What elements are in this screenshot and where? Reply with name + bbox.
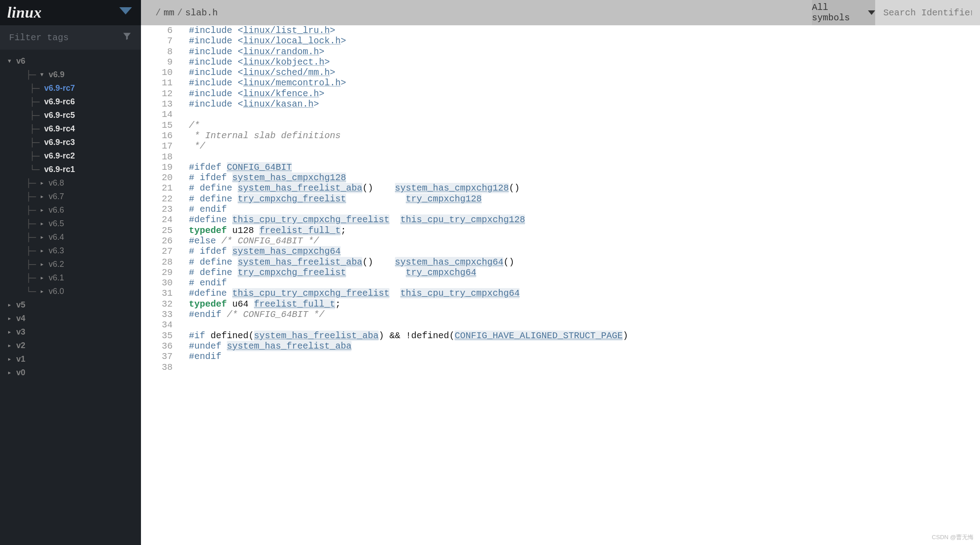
chevron-down-icon xyxy=(868,8,875,18)
filter-row xyxy=(0,25,141,50)
code-line: 19#ifdef CONFIG_64BIT xyxy=(141,162,980,172)
tree-node-v6.4[interactable]: ├─▸v6.4 xyxy=(0,230,141,244)
line-number[interactable]: 17 xyxy=(141,141,181,151)
tree-node-v6.9-rc3[interactable]: ├─v6.9-rc3 xyxy=(0,135,141,149)
tree-node-v6.9-rc5[interactable]: ├─v6.9-rc5 xyxy=(0,108,141,122)
watermark: CSDN @曹无悔 xyxy=(932,533,974,541)
code-line: 11#include <linux/memcontrol.h> xyxy=(141,78,980,88)
tree-node-v6.7[interactable]: ├─▸v6.7 xyxy=(0,190,141,203)
tree-node-v6.0[interactable]: └─▸v6.0 xyxy=(0,284,141,298)
filter-icon[interactable] xyxy=(122,31,132,44)
line-number[interactable]: 11 xyxy=(141,78,181,88)
line-number[interactable]: 14 xyxy=(141,109,181,120)
sidebar: linux ▼v6 ├─▼v6.9 ├─v6.9-rc7 ├─v6.9-rc6 … xyxy=(0,0,141,545)
line-number[interactable]: 6 xyxy=(141,25,181,36)
symbols-dropdown[interactable]: All symbols xyxy=(812,0,875,25)
line-number[interactable]: 26 xyxy=(141,236,181,246)
tree-node-v6.3[interactable]: ├─▸v6.3 xyxy=(0,244,141,257)
line-number[interactable]: 22 xyxy=(141,194,181,204)
code-line: 6#include <linux/list_lru.h> xyxy=(141,25,980,36)
tree-node-v6.1[interactable]: ├─▸v6.1 xyxy=(0,271,141,284)
line-number[interactable]: 31 xyxy=(141,288,181,298)
line-number[interactable]: 13 xyxy=(141,99,181,109)
symbols-label: All symbols xyxy=(812,2,867,23)
line-number[interactable]: 23 xyxy=(141,204,181,214)
code-line: 7#include <linux/local_lock.h> xyxy=(141,36,980,46)
line-number[interactable]: 35 xyxy=(141,331,181,341)
code-viewer[interactable]: 6#include <linux/list_lru.h> 7#include <… xyxy=(141,25,980,545)
code-line: 9#include <linux/kobject.h> xyxy=(141,57,980,67)
header: / mm / slab.h All symbols xyxy=(141,0,980,25)
line-number[interactable]: 21 xyxy=(141,183,181,193)
line-number[interactable]: 24 xyxy=(141,214,181,225)
code-line: 21# define system_has_freelist_aba() sys… xyxy=(141,183,980,193)
tree-node-v3[interactable]: ▸v3 xyxy=(0,325,141,339)
breadcrumb-file[interactable]: slab.h xyxy=(185,8,218,18)
code-line: 24#define this_cpu_try_cmpxchg_freelist … xyxy=(141,214,980,225)
code-line: 18 xyxy=(141,152,980,162)
tree-node-v6.9-rc6[interactable]: ├─v6.9-rc6 xyxy=(0,95,141,108)
breadcrumb-sep: / xyxy=(177,8,183,18)
tree-node-v6.9[interactable]: ├─▼v6.9 xyxy=(0,68,141,81)
line-number[interactable]: 33 xyxy=(141,309,181,320)
line-number[interactable]: 10 xyxy=(141,67,181,78)
tree-node-v6.9-rc2[interactable]: ├─v6.9-rc2 xyxy=(0,149,141,163)
code-line: 8#include <linux/random.h> xyxy=(141,47,980,57)
tree-node-v6.6[interactable]: ├─▸v6.6 xyxy=(0,203,141,217)
breadcrumb-root-sep: / xyxy=(155,8,161,18)
code-line: 23# endif xyxy=(141,204,980,214)
line-number[interactable]: 20 xyxy=(141,172,181,183)
tree-node-v0[interactable]: ▸v0 xyxy=(0,366,141,379)
code-line: 14 xyxy=(141,109,980,120)
tree-node-v6.8[interactable]: ├─▸v6.8 xyxy=(0,176,141,190)
code-line: 15/* xyxy=(141,120,980,130)
line-number[interactable]: 25 xyxy=(141,225,181,236)
code-line: 10#include <linux/sched/mm.h> xyxy=(141,67,980,78)
version-tree: ▼v6 ├─▼v6.9 ├─v6.9-rc7 ├─v6.9-rc6 ├─v6.9… xyxy=(0,50,141,545)
line-number[interactable]: 18 xyxy=(141,152,181,162)
line-number[interactable]: 19 xyxy=(141,162,181,172)
line-number[interactable]: 15 xyxy=(141,120,181,130)
tree-node-v4[interactable]: ▸v4 xyxy=(0,312,141,325)
brand-dropdown-icon[interactable] xyxy=(119,7,132,18)
tree-node-v6.5[interactable]: ├─▸v6.5 xyxy=(0,217,141,230)
line-number[interactable]: 34 xyxy=(141,320,181,330)
code-line: 20# ifdef system_has_cmpxchg128 xyxy=(141,172,980,183)
line-number[interactable]: 30 xyxy=(141,278,181,288)
tree-node-v2[interactable]: ▸v2 xyxy=(0,339,141,352)
tree-node-v6.2[interactable]: ├─▸v6.2 xyxy=(0,257,141,271)
line-number[interactable]: 27 xyxy=(141,246,181,256)
code-line: 12#include <linux/kfence.h> xyxy=(141,89,980,99)
tree-node-v5[interactable]: ▸v5 xyxy=(0,298,141,312)
line-number[interactable]: 36 xyxy=(141,341,181,351)
tree-node-v6[interactable]: ▼v6 xyxy=(0,54,141,68)
brand-title[interactable]: linux xyxy=(7,4,42,21)
line-number[interactable]: 32 xyxy=(141,299,181,309)
brand-row: linux xyxy=(0,0,141,25)
line-number[interactable]: 9 xyxy=(141,57,181,67)
code-line: 33#endif /* CONFIG_64BIT */ xyxy=(141,309,980,320)
line-number[interactable]: 37 xyxy=(141,351,181,362)
line-number[interactable]: 38 xyxy=(141,362,181,373)
code-line: 37#endif xyxy=(141,351,980,362)
tree-node-v1[interactable]: ▸v1 xyxy=(0,352,141,366)
breadcrumb: / mm / slab.h xyxy=(141,0,812,25)
tree-node-v6.9-rc4[interactable]: ├─v6.9-rc4 xyxy=(0,122,141,135)
code-line: 36#undef system_has_freelist_aba xyxy=(141,341,980,351)
search-identifier-input[interactable] xyxy=(882,7,973,19)
code-line: 22# define try_cmpxchg_freelist try_cmpx… xyxy=(141,194,980,204)
filter-tags-input[interactable] xyxy=(8,32,122,43)
line-number[interactable]: 16 xyxy=(141,130,181,141)
line-number[interactable]: 29 xyxy=(141,267,181,278)
code-line: 28# define system_has_freelist_aba() sys… xyxy=(141,257,980,267)
line-number[interactable]: 8 xyxy=(141,47,181,57)
tree-node-v6.9-rc1[interactable]: └─v6.9-rc1 xyxy=(0,163,141,176)
search-box xyxy=(875,0,980,25)
code-line: 35#if defined(system_has_freelist_aba) &… xyxy=(141,331,980,341)
tree-node-v6.9-rc7[interactable]: ├─v6.9-rc7 xyxy=(0,81,141,95)
line-number[interactable]: 12 xyxy=(141,89,181,99)
line-number[interactable]: 7 xyxy=(141,36,181,46)
code-line: 32typedef u64 freelist_full_t; xyxy=(141,299,980,309)
breadcrumb-dir[interactable]: mm xyxy=(164,8,174,18)
line-number[interactable]: 28 xyxy=(141,257,181,267)
